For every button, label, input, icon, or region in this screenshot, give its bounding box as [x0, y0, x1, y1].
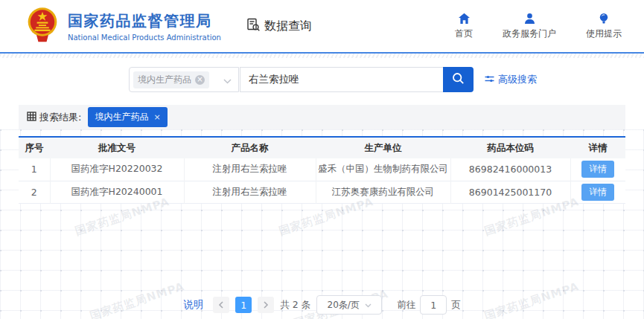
cell-product-name: 注射用右兰索拉唑: [184, 158, 316, 181]
category-tag: 境内生产药品 ×: [133, 71, 209, 88]
cell-index: 2: [19, 181, 50, 203]
cell-detail: 详情: [570, 181, 625, 203]
results-filter-tag-label: 境内生产药品: [95, 111, 148, 123]
category-tag-close-icon[interactable]: ×: [195, 75, 205, 85]
table-row: 2 国药准字H20240001 注射用右兰索拉唑 江苏奥赛康药业有限公司 869…: [19, 181, 625, 203]
col-manufacturer: 生产单位: [316, 138, 450, 158]
goto-label: 前往: [397, 299, 415, 312]
cell-manufacturer: 江苏奥赛康药业有限公司: [316, 181, 450, 203]
nav-home-label: 首页: [455, 28, 473, 40]
nav-portal[interactable]: 政务服务门户: [503, 13, 556, 40]
national-emblem-logo: [25, 6, 60, 46]
note-link[interactable]: 说明: [183, 298, 203, 312]
top-nav: 首页 政务服务门户 使: [455, 13, 644, 40]
results-label: 搜索结果:: [27, 111, 81, 124]
app-title: 数据查询: [246, 18, 312, 35]
brand-text: 国家药品监督管理局 National Medical Products Admi…: [68, 11, 221, 42]
table-row: 1 国药准字H20220032 注射用右兰索拉唑 盛禾（中国）生物制药有限公司 …: [19, 158, 625, 181]
page-unit-label: 页: [451, 299, 461, 312]
category-select[interactable]: 境内生产药品 ×: [129, 67, 239, 92]
hatch-band: [0, 54, 644, 58]
chevron-down-icon: [223, 73, 232, 87]
total-count-label: 共 2 条: [280, 299, 310, 312]
goto-page-input[interactable]: [420, 295, 447, 315]
table-header-row: 序号 批准文号 产品名称 生产单位 药品本位码 详情: [19, 138, 625, 158]
user-icon: [523, 13, 536, 25]
chevron-down-icon: [365, 300, 372, 310]
results-table-body: 1 国药准字H20220032 注射用右兰索拉唑 盛禾（中国）生物制药有限公司 …: [19, 158, 625, 203]
detail-button[interactable]: 详情: [581, 184, 614, 201]
pagination: 说明 1 共 2 条 20条/页 前往 页: [0, 295, 644, 315]
cell-drug-code: 86901425001170: [450, 181, 570, 203]
page-size-value: 20条/页: [328, 299, 360, 312]
filter-sliders-icon: [485, 74, 494, 86]
lightbulb-icon: [598, 13, 610, 25]
cell-manufacturer: 盛禾（中国）生物制药有限公司: [316, 158, 450, 181]
results-bar: 搜索结果: 境内生产药品 ×: [19, 105, 625, 129]
prev-page-button[interactable]: [213, 297, 229, 313]
app-title-label: 数据查询: [264, 19, 312, 34]
org-title: 国家药品监督管理局: [68, 11, 221, 31]
cell-detail: 详情: [570, 158, 625, 181]
org-subtitle: National Medical Products Administration: [68, 33, 221, 42]
nav-tips[interactable]: 使用提示: [586, 13, 622, 40]
page-size-select[interactable]: 20条/页: [316, 295, 382, 315]
grid-icon: [27, 112, 36, 123]
results-filter-tag[interactable]: 境内生产药品 ×: [88, 107, 167, 127]
col-detail: 详情: [570, 138, 625, 158]
search-bar: 境内生产药品 ×: [129, 67, 644, 92]
results-area: 国家药监局NMPA 国家药监局NMPA 国家药监局NMPA 国家药监局NMPA …: [0, 129, 644, 319]
data-query-icon: [246, 18, 261, 35]
page-number-current[interactable]: 1: [235, 297, 252, 313]
category-tag-label: 境内生产药品: [138, 74, 191, 86]
col-product-name: 产品名称: [184, 138, 316, 158]
next-page-button[interactable]: [258, 297, 274, 313]
results-table: 序号 批准文号 产品名称 生产单位 药品本位码 详情 1 国药准字H202200…: [19, 136, 625, 204]
nav-portal-label: 政务服务门户: [503, 28, 556, 40]
home-icon: [458, 13, 471, 25]
filter-tag-close-icon[interactable]: ×: [153, 112, 160, 122]
cell-approval-no: 国药准字H20220032: [50, 158, 184, 181]
cell-index: 1: [19, 158, 50, 181]
cell-product-name: 注射用右兰索拉唑: [184, 181, 316, 203]
cell-drug-code: 86982416000013: [450, 158, 570, 181]
search-input[interactable]: [240, 67, 443, 92]
goto-page: 前往 页: [397, 295, 461, 315]
search-button[interactable]: [443, 67, 474, 92]
col-index: 序号: [19, 138, 50, 158]
results-label-text: 搜索结果:: [39, 111, 81, 124]
advanced-search-label: 高级搜索: [498, 73, 537, 86]
top-bar: 国家药品监督管理局 National Medical Products Admi…: [0, 0, 644, 52]
advanced-search-link[interactable]: 高级搜索: [485, 73, 537, 86]
search-icon: [452, 72, 465, 87]
col-drug-code: 药品本位码: [450, 138, 570, 158]
cell-approval-no: 国药准字H20240001: [50, 181, 184, 203]
page: 国家药品监督管理局 National Medical Products Admi…: [0, 0, 644, 319]
nav-home[interactable]: 首页: [455, 13, 473, 40]
brand: 国家药品监督管理局 National Medical Products Admi…: [25, 6, 312, 46]
nav-tips-label: 使用提示: [586, 28, 622, 40]
col-approval-no: 批准文号: [50, 138, 184, 158]
detail-button[interactable]: 详情: [581, 161, 614, 178]
